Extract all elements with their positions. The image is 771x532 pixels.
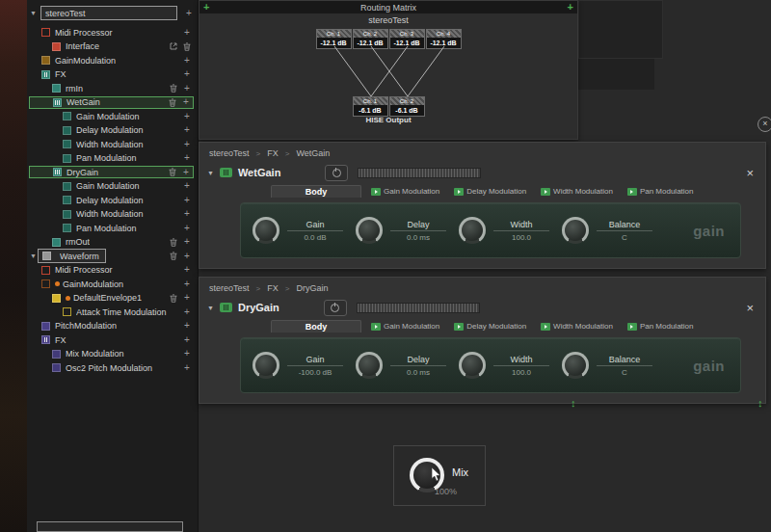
add-button[interactable]: + (182, 293, 192, 303)
tree-item-wetgain[interactable]: WetGain+ (29, 96, 194, 109)
breadcrumb-root[interactable]: stereoTest (209, 148, 250, 158)
add-button[interactable]: + (182, 56, 192, 66)
add-icon[interactable]: + (568, 1, 573, 13)
delete-button[interactable] (182, 42, 192, 51)
tree-item-interface[interactable]: Interface (29, 40, 194, 53)
tree-root-row[interactable]: ▼ stereoTest + (29, 6, 194, 20)
breadcrumb-processor[interactable]: DryGain (296, 283, 328, 293)
add-button[interactable]: + (182, 196, 192, 205)
tree-item-rmin[interactable]: rmIn+ (29, 82, 194, 94)
bypass-button[interactable] (324, 300, 347, 316)
add-button[interactable]: + (181, 168, 191, 177)
bypass-button[interactable] (325, 165, 348, 181)
tree-item-defaultenvelope1[interactable]: DefaultEnvelope1+ (29, 292, 194, 305)
fold-icon[interactable]: ▼ (207, 170, 214, 176)
tree-item-rmout[interactable]: rmOut+ (29, 236, 194, 249)
tree-item-delay-modulation[interactable]: Delay Modulation+ (29, 194, 194, 206)
add-button[interactable]: + (182, 140, 192, 149)
resize-handle-icon[interactable]: ↕ (571, 397, 576, 409)
collapse-icon[interactable]: ▼ (29, 253, 38, 259)
tree-item-waveform-generator1[interactable]: ▼Waveform Generator1+ (29, 250, 194, 262)
window-close-icon[interactable]: × (758, 117, 771, 132)
gain-knob[interactable] (253, 217, 279, 244)
resize-handle-icon[interactable]: ↕ (758, 397, 763, 409)
width-knob[interactable] (459, 217, 486, 244)
tree-item-midi-processor[interactable]: Midi Processor+ (29, 26, 194, 39)
add-button[interactable]: + (182, 237, 192, 247)
gain-knob[interactable] (253, 352, 279, 379)
tree-item-width-modulation[interactable]: Width Modulation+ (29, 208, 194, 221)
breadcrumb-chain[interactable]: FX (267, 283, 279, 293)
delete-button[interactable] (169, 294, 178, 303)
add-button[interactable]: + (182, 321, 192, 331)
tab-width-modulation[interactable]: Width Modulation (536, 321, 618, 332)
add-button[interactable]: + (181, 97, 191, 107)
add-button[interactable]: + (182, 224, 192, 233)
tab-pan-modulation[interactable]: Pan Modulation (623, 321, 699, 332)
popout-button[interactable] (169, 42, 178, 50)
tab-gain-modulation[interactable]: Gain Modulation (366, 186, 444, 197)
tab-body[interactable]: Body (271, 320, 361, 332)
add-button[interactable]: + (182, 69, 192, 79)
collapse-icon[interactable]: ▼ (29, 10, 38, 16)
tree-item-pan-modulation[interactable]: Pan Modulation+ (29, 152, 194, 165)
tab-body[interactable]: Body (271, 185, 361, 198)
tree-item-gainmodulation[interactable]: GainModulation+ (29, 54, 194, 66)
balance-knob[interactable] (562, 352, 589, 379)
add-button[interactable]: + (182, 265, 192, 275)
tree-item-pitchmodulation[interactable]: PitchModulation+ (29, 320, 194, 332)
delay-knob[interactable] (356, 352, 383, 379)
tab-pan-modulation[interactable]: Pan Modulation (623, 186, 699, 197)
tree-item-fx[interactable]: FX+ (29, 333, 194, 346)
tab-delay-modulation[interactable]: Delay Modulation (449, 321, 531, 332)
delete-button[interactable] (168, 98, 177, 107)
width-knob[interactable] (459, 352, 486, 379)
tree-item-width-modulation[interactable]: Width Modulation+ (29, 138, 194, 150)
tab-width-modulation[interactable]: Width Modulation (536, 186, 618, 197)
delete-button[interactable] (169, 252, 178, 260)
tree-item-midi-processor[interactable]: Midi Processor+ (29, 264, 194, 277)
tree-item-gainmodulation[interactable]: GainModulation+ (29, 278, 194, 290)
add-button[interactable]: + (184, 9, 194, 18)
output-channel-1[interactable]: Ch. 1 -6.1 dB (353, 96, 388, 117)
tree-item-delay-modulation[interactable]: Delay Modulation+ (29, 124, 194, 137)
breadcrumb-chain[interactable]: FX (267, 148, 279, 158)
add-button[interactable]: + (182, 252, 192, 261)
tab-delay-modulation[interactable]: Delay Modulation (449, 186, 531, 197)
add-button[interactable]: + (182, 279, 192, 289)
add-button[interactable]: + (182, 153, 192, 163)
tree-item-drygain[interactable]: DryGain+ (29, 166, 194, 178)
add-button[interactable]: + (182, 84, 192, 93)
tree-item-osc2-pitch-modulation[interactable]: Osc2 Pitch Modulation+ (29, 361, 194, 374)
delete-button[interactable] (169, 238, 178, 247)
balance-knob[interactable] (562, 217, 589, 244)
tree-item-fx[interactable]: FX+ (29, 68, 194, 81)
add-button[interactable]: + (182, 28, 192, 38)
add-button[interactable]: + (182, 349, 192, 359)
fold-icon[interactable]: ▼ (207, 305, 214, 311)
add-button[interactable]: + (182, 363, 192, 373)
close-icon[interactable]: × (746, 302, 754, 314)
tab-gain-modulation[interactable]: Gain Modulation (366, 321, 444, 332)
add-button[interactable]: + (182, 125, 192, 135)
add-button[interactable]: + (182, 209, 192, 219)
add-button[interactable]: + (182, 307, 192, 317)
delete-button[interactable] (169, 84, 178, 93)
add-button[interactable]: + (182, 112, 192, 121)
tree-item-pan-modulation[interactable]: Pan Modulation+ (29, 222, 194, 234)
tree-item-gain-modulation[interactable]: Gain Modulation+ (29, 110, 194, 122)
breadcrumb-root[interactable]: stereoTest (209, 283, 250, 293)
collapsed-module-box[interactable] (37, 521, 183, 532)
output-channel-2[interactable]: Ch. 2 -6.1 dB (389, 96, 425, 117)
root-module-box[interactable]: stereoTest (40, 6, 177, 20)
tree-item-gain-modulation[interactable]: Gain Modulation+ (29, 180, 194, 193)
delete-button[interactable] (168, 168, 177, 176)
add-button[interactable]: + (182, 181, 192, 191)
breadcrumb-processor[interactable]: WetGain (296, 148, 330, 158)
tree-item-attack-time-modulation[interactable]: Attack Time Modulation+ (29, 306, 194, 318)
tree-item-mix-modulation[interactable]: Mix Modulation+ (29, 348, 194, 360)
add-icon[interactable]: + (203, 1, 209, 13)
add-button[interactable]: + (182, 335, 192, 345)
delay-knob[interactable] (356, 217, 383, 244)
close-icon[interactable]: × (746, 167, 754, 179)
